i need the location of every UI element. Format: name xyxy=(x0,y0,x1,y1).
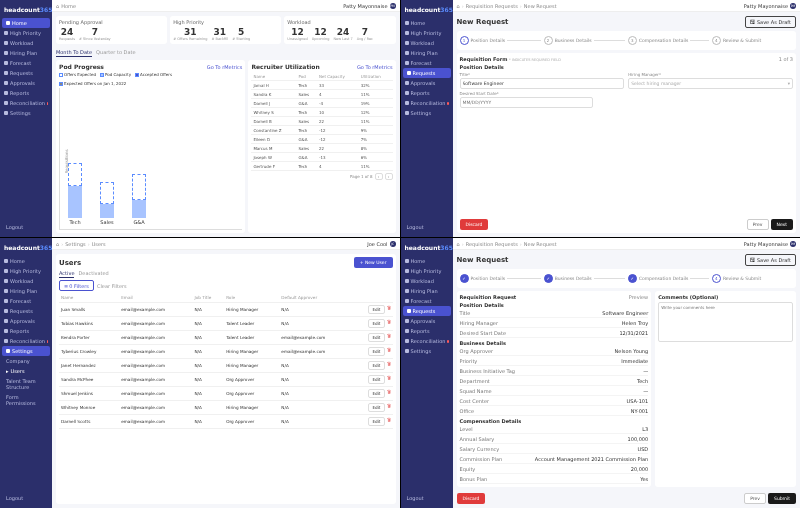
logout[interactable]: Logout xyxy=(401,492,453,504)
nav-reconciliation[interactable]: Reconciliation xyxy=(0,336,52,346)
nav-approvals[interactable]: Approvals xyxy=(401,78,453,88)
nav-users[interactable]: ▸ Users xyxy=(0,366,52,376)
nav-workload[interactable]: Workload xyxy=(0,276,52,286)
prev-button[interactable]: Prev xyxy=(744,493,766,504)
edit-button[interactable]: Edit xyxy=(368,375,384,384)
nav-hiring-plan[interactable]: Hiring Plan xyxy=(401,286,453,296)
submit-button[interactable]: Submit xyxy=(768,493,796,504)
nav-approvals[interactable]: Approvals xyxy=(0,316,52,326)
user-chip[interactable]: Joe CoolJC xyxy=(367,241,395,247)
nav-permissions[interactable]: Form Permissions xyxy=(0,392,52,408)
next-button[interactable]: Next xyxy=(771,219,793,230)
nav-high-priority[interactable]: High Priority xyxy=(401,266,453,276)
nav-reports[interactable]: Reports xyxy=(401,326,453,336)
rec-link[interactable]: Go To rMetrics xyxy=(357,64,393,70)
title-input[interactable] xyxy=(460,78,625,89)
nav-home[interactable]: Home xyxy=(401,256,453,266)
delete-icon[interactable]: 🗑 xyxy=(387,305,391,314)
nav-home[interactable]: Home xyxy=(401,18,453,28)
discard-button[interactable]: Discard xyxy=(460,219,489,230)
nav-high-priority[interactable]: High Priority xyxy=(0,266,52,276)
nav-reports[interactable]: Reports xyxy=(0,88,52,98)
step-2[interactable]: 2Business Details xyxy=(544,36,625,45)
step-1[interactable]: 1Position Details xyxy=(460,36,541,45)
date-input[interactable] xyxy=(460,97,593,108)
delete-icon[interactable]: 🗑 xyxy=(387,319,391,328)
manager-select[interactable]: Select hiring manager▾ xyxy=(628,78,793,89)
clear-filters[interactable]: Clear Filters xyxy=(97,283,127,289)
nav-requests[interactable]: Requests xyxy=(403,68,451,78)
prev-button[interactable]: Prev xyxy=(747,219,769,230)
nav-workload[interactable]: Workload xyxy=(0,38,52,48)
step-3[interactable]: 3Compensation Details xyxy=(628,36,709,45)
logout[interactable]: Logout xyxy=(0,492,52,504)
nav-approvals[interactable]: Approvals xyxy=(0,78,52,88)
nav-forecast[interactable]: Forecast xyxy=(0,296,52,306)
delete-icon[interactable]: 🗑 xyxy=(387,389,391,398)
logout[interactable]: Logout xyxy=(401,221,453,233)
nav-home[interactable]: Home xyxy=(2,18,50,28)
user-chip[interactable]: Patty MayonnaisePM xyxy=(343,3,395,9)
nav-reports[interactable]: Reports xyxy=(401,88,453,98)
edit-button[interactable]: Edit xyxy=(368,319,384,328)
nav-settings[interactable]: Settings xyxy=(401,346,453,356)
nav-workload[interactable]: Workload xyxy=(401,38,453,48)
nav-requests[interactable]: Requests xyxy=(0,68,52,78)
tab-mtd[interactable]: Month To Date xyxy=(56,48,92,57)
nav-reconciliation[interactable]: Reconciliation xyxy=(0,98,52,108)
edit-button[interactable]: Edit xyxy=(368,389,384,398)
edit-button[interactable]: Edit xyxy=(368,361,384,370)
nav-approvals[interactable]: Approvals xyxy=(401,316,453,326)
discard-button[interactable]: Discard xyxy=(457,493,486,504)
comments-input[interactable] xyxy=(658,302,793,342)
nav-settings[interactable]: Settings xyxy=(0,108,52,118)
tab-qtd[interactable]: Quarter to Date xyxy=(96,48,135,57)
edit-button[interactable]: Edit xyxy=(368,347,384,356)
save-draft-button[interactable]: 🖫 Save As Draft xyxy=(745,16,796,28)
nav-hiring-plan[interactable]: Hiring Plan xyxy=(0,48,52,58)
user-chip[interactable]: Patty MayonnaisePM xyxy=(744,241,796,247)
nav-workload[interactable]: Workload xyxy=(401,276,453,286)
nav-hiring-plan[interactable]: Hiring Plan xyxy=(401,48,453,58)
save-draft-button[interactable]: 🖫 Save As Draft xyxy=(745,254,796,266)
nav-forecast[interactable]: Forecast xyxy=(401,58,453,68)
step-3[interactable]: ✓Compensation Details xyxy=(628,274,709,283)
nav-requests[interactable]: Requests xyxy=(403,306,451,316)
delete-icon[interactable]: 🗑 xyxy=(387,375,391,384)
step-4[interactable]: 4Review & Submit xyxy=(712,36,793,45)
edit-button[interactable]: Edit xyxy=(368,333,384,342)
pager-next[interactable]: › xyxy=(385,173,393,180)
pager-prev[interactable]: ‹ xyxy=(375,173,383,180)
nav-forecast[interactable]: Forecast xyxy=(401,296,453,306)
filters-button[interactable]: ≡ 0 Filters xyxy=(59,280,94,291)
nav-reconciliation[interactable]: Reconciliation xyxy=(401,336,453,346)
step-4[interactable]: 4Review & Submit xyxy=(712,274,793,283)
edit-button[interactable]: Edit xyxy=(368,403,384,412)
nav-high-priority[interactable]: High Priority xyxy=(401,28,453,38)
edit-button[interactable]: Edit xyxy=(368,305,384,314)
step-1[interactable]: ✓Position Details xyxy=(460,274,541,283)
new-user-button[interactable]: + New User xyxy=(354,257,393,268)
tab-active[interactable]: Active xyxy=(59,269,74,278)
delete-icon[interactable]: 🗑 xyxy=(387,361,391,370)
nav-forecast[interactable]: Forecast xyxy=(0,58,52,68)
nav-reconciliation[interactable]: Reconciliation xyxy=(401,98,453,108)
nav-hiring-plan[interactable]: Hiring Plan xyxy=(0,286,52,296)
pod-link[interactable]: Go To rMetrics xyxy=(207,64,243,70)
nav-settings[interactable]: Settings xyxy=(2,346,50,356)
nav-high-priority[interactable]: High Priority xyxy=(0,28,52,38)
delete-icon[interactable]: 🗑 xyxy=(387,417,391,426)
nav-reports[interactable]: Reports xyxy=(0,326,52,336)
nav-settings[interactable]: Settings xyxy=(401,108,453,118)
step-2[interactable]: ✓Business Details xyxy=(544,274,625,283)
delete-icon[interactable]: 🗑 xyxy=(387,403,391,412)
delete-icon[interactable]: 🗑 xyxy=(387,347,391,356)
nav-requests[interactable]: Requests xyxy=(0,306,52,316)
nav-home[interactable]: Home xyxy=(0,256,52,266)
tab-deactivated[interactable]: Deactivated xyxy=(78,269,108,278)
nav-talent-team[interactable]: Talent Team Structure xyxy=(0,376,52,392)
edit-button[interactable]: Edit xyxy=(368,417,384,426)
logout[interactable]: Logout xyxy=(0,221,52,233)
user-chip[interactable]: Patty MayonnaisePM xyxy=(744,3,796,9)
nav-company[interactable]: Company xyxy=(0,356,52,366)
